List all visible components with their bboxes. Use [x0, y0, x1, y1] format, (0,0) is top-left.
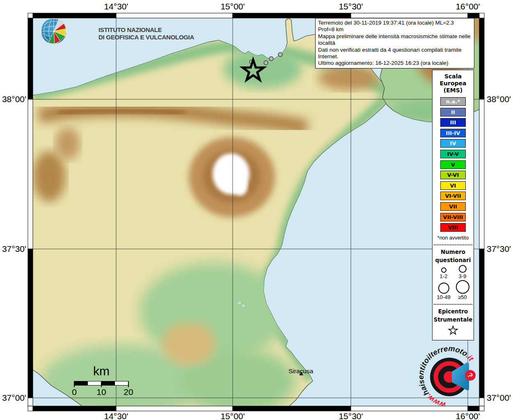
ems-swatch-vi: VI	[440, 181, 466, 190]
questionari-size-1-2: 1-2	[434, 265, 453, 279]
axis-label-right-0: 38°00'	[487, 94, 511, 104]
axis-label-right-1: 37°30'	[487, 244, 511, 254]
ems-swatch-vii-viii: VII-VIII	[440, 213, 466, 221]
axis-label-bottom-3: 16°00'	[455, 411, 480, 420]
legend-separator-2	[434, 304, 472, 305]
axis-label-bottom-1: 15°00'	[220, 411, 245, 420]
questionari-circle-icon	[459, 265, 467, 273]
questionari-circle-icon	[456, 280, 469, 294]
questionari-size-10-49: 10-49	[434, 280, 453, 300]
ems-swatch-v-vi: V-VI	[440, 171, 466, 179]
epicentro-star-icon	[447, 325, 459, 335]
ems-swatch-n-a-: n.a.*	[440, 97, 466, 106]
info-line-1: Terremoto del 30-11-2019 19:37:41 (ora l…	[318, 20, 472, 33]
ems-swatch-iv: IV	[440, 139, 466, 148]
ingv-name-line1: ISTITUTO NAZIONALE	[98, 26, 162, 33]
scale-bar-number-10: 10	[96, 387, 106, 397]
city-marker-icon	[299, 372, 303, 375]
questionari-circle-icon	[441, 267, 446, 273]
questionari-size-≥50: ≥50	[453, 280, 472, 300]
scale-bar-number-20: 20	[124, 387, 133, 397]
axis-label-left-1: 37°30'	[2, 244, 26, 254]
axis-label-right-2: 37°00'	[487, 393, 511, 403]
ems-intensity-map-page: { "info_box": { "lines": [ "Terremoto de…	[0, 0, 515, 420]
info-line-4: Ultimo aggiornamento: 16-12-2025 16:23 (…	[318, 60, 472, 66]
axis-label-bottom-0: 14°30'	[104, 411, 128, 420]
axis-label-left-2: 37°00'	[2, 393, 26, 403]
legend-panel: Scala Europea (EMS) n.a.*IIIIIIII-IVIVIV…	[432, 70, 474, 340]
questionari-sizes: 1-23-910-49≥50	[434, 265, 472, 300]
info-line-2: Mappa preliminare delle intensità macros…	[318, 33, 472, 47]
epicentro-title: Epicentro Strumentale	[433, 307, 474, 324]
scale-bar-unit: km	[93, 364, 110, 378]
info-line-3: Dati non verificati estratti da 4 questi…	[318, 47, 472, 60]
questionari-size-label: ≥50	[458, 294, 467, 300]
questionari-title: Numero questionari	[433, 248, 474, 264]
ems-scale-list: n.a.*IIIIIIII-IVIVIV-VVV-VIVIVI-VIIVIIVI…	[433, 97, 474, 232]
event-info-box: Terremoto del 30-11-2019 19:37:41 (ora l…	[315, 18, 474, 68]
legend-separator	[434, 244, 472, 245]
questionari-size-label: 1-2	[440, 273, 448, 279]
ems-swatch-vii: VII	[440, 202, 466, 211]
axis-label-top-0: 14°30'	[104, 2, 128, 11]
questionari-size-3-9: 3-9	[453, 265, 472, 279]
ems-swatch-ii: II	[440, 108, 466, 116]
ems-swatch-vi-vii: VI-VII	[440, 192, 466, 200]
axis-label-left-0: 38°00'	[2, 94, 26, 104]
scale-bar-number-0: 0	[72, 387, 77, 397]
ems-swatch-iii-iv: III-IV	[440, 129, 466, 137]
axis-label-bottom-2: 15°30'	[339, 411, 363, 420]
legend-footnote: *non avvertito	[433, 235, 474, 241]
map-terrain	[29, 8, 490, 418]
ems-swatch-iii: III	[440, 118, 466, 127]
legend-title: Scala Europea (EMS)	[433, 73, 474, 94]
axis-label-top-2: 15°30'	[339, 2, 363, 11]
ems-swatch-v: V	[440, 160, 466, 169]
ems-swatch-iv-v: IV-V	[440, 150, 466, 158]
axis-label-top-1: 15°00'	[220, 2, 245, 11]
questionari-size-label: 3-9	[459, 273, 467, 279]
ems-swatch-viii: VIII	[440, 223, 466, 232]
questionari-size-label: 10-49	[437, 294, 450, 300]
axis-label-top-3: 16°00'	[455, 2, 480, 11]
ingv-name-line2: DI GEOFISICA E VULCANOLOGIA	[98, 34, 194, 41]
questionari-circle-icon	[438, 283, 449, 294]
